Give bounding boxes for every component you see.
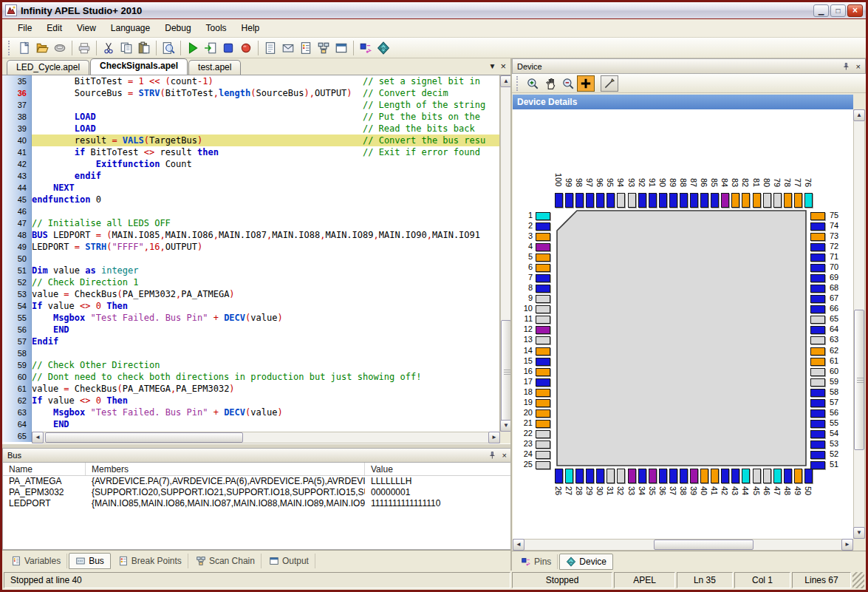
chip-pin-27[interactable] <box>565 469 573 483</box>
line-number[interactable]: 45 <box>2 194 32 205</box>
chip-pin-57[interactable] <box>810 399 825 407</box>
step-icon[interactable] <box>202 39 219 57</box>
save-icon[interactable] <box>51 39 69 57</box>
chip-pin-44[interactable] <box>742 469 750 483</box>
chip-pin-95[interactable] <box>606 193 615 208</box>
bus-table-row[interactable]: PA_EPM3032{SUPPORT.IO20,SUPPORT.IO21,SUP… <box>3 487 511 498</box>
chip-pin-87[interactable] <box>690 193 698 208</box>
pins-tool-icon[interactable] <box>357 39 375 57</box>
chip-pin-55[interactable] <box>810 420 825 428</box>
chip-pin-34[interactable] <box>638 469 646 483</box>
line-number[interactable]: 49 <box>2 241 32 253</box>
chip-pin-61[interactable] <box>810 358 825 366</box>
code-line[interactable]: 44 NEXT <box>2 182 499 194</box>
chip-pin-59[interactable] <box>810 378 825 387</box>
chip-pin-24[interactable] <box>536 451 550 459</box>
chip-pin-85[interactable] <box>711 193 719 208</box>
chip-pin-18[interactable] <box>536 389 550 397</box>
scroll-right-icon[interactable]: ► <box>488 432 500 443</box>
code-line[interactable]: 50 <box>2 253 499 265</box>
line-number[interactable]: 62 <box>2 395 32 406</box>
chip-pin-41[interactable] <box>711 469 719 483</box>
chip-pin-21[interactable] <box>536 420 550 428</box>
paste-icon[interactable] <box>135 39 153 57</box>
chip-pin-20[interactable] <box>536 409 550 418</box>
chip-pin-53[interactable] <box>810 440 825 449</box>
line-number[interactable]: 51 <box>2 265 32 276</box>
code-editor[interactable]: 35 BitToTest = 1 << (count-1) // set a s… <box>2 75 500 443</box>
line-number[interactable]: 54 <box>2 300 32 312</box>
plus-tool-icon[interactable] <box>577 75 595 92</box>
chip-pin-73[interactable] <box>810 233 825 241</box>
code-line[interactable]: 61value = CheckBus(PA_ATMEGA,PA_EPM3032) <box>2 383 499 395</box>
line-number[interactable]: 57 <box>2 336 32 347</box>
code-line[interactable]: 58 <box>2 347 499 359</box>
chip-pin-86[interactable] <box>700 193 708 208</box>
editor-hscrollbar[interactable]: ◄ ► <box>32 432 500 443</box>
zoom-in-icon[interactable] <box>524 75 541 92</box>
minimize-button[interactable]: ▁ <box>813 4 829 17</box>
bus-close-icon[interactable]: × <box>502 451 507 460</box>
device-vscrollbar[interactable]: ▲ ▼ <box>853 109 865 539</box>
chip-pin-35[interactable] <box>649 469 657 483</box>
breakpoint-icon[interactable] <box>237 39 255 57</box>
line-number[interactable]: 65 <box>2 430 32 442</box>
line-number[interactable]: 48 <box>2 229 32 241</box>
chip-pin-26[interactable] <box>555 469 563 483</box>
menu-tools[interactable]: Tools <box>199 21 233 35</box>
chip-pin-72[interactable] <box>810 243 825 251</box>
chip-pin-52[interactable] <box>810 451 825 459</box>
chip-pin-29[interactable] <box>586 469 594 483</box>
code-line[interactable]: 49LEDPORT = STRH("FFFF",16,OUTPUT) <box>2 241 499 253</box>
line-number[interactable]: 47 <box>2 217 32 229</box>
chip-pin-99[interactable] <box>565 193 573 208</box>
scroll-left-icon[interactable]: ◄ <box>513 539 524 551</box>
chip-pin-33[interactable] <box>628 469 636 483</box>
chip-pin-31[interactable] <box>606 469 615 483</box>
code-line[interactable]: 59// Check Other Direction <box>2 359 499 371</box>
chip-pin-1[interactable] <box>536 212 550 220</box>
device-tool-icon[interactable]: abc <box>375 39 392 57</box>
chip-pin-74[interactable] <box>810 222 825 231</box>
chip-pin-15[interactable] <box>536 358 550 366</box>
line-number[interactable]: 35 <box>2 75 32 87</box>
code-line[interactable]: 63 Msgbox "Test Failed. Bus Pin" + DECV(… <box>2 406 499 418</box>
chip-pin-40[interactable] <box>700 469 708 483</box>
print-icon[interactable] <box>75 39 93 57</box>
select-tool-icon[interactable] <box>601 75 618 92</box>
line-number[interactable]: 59 <box>2 359 32 371</box>
chip-pin-42[interactable] <box>721 469 729 483</box>
dock-tab-break-points[interactable]: Break Points <box>112 554 188 568</box>
chip-pin-75[interactable] <box>810 212 825 220</box>
chip-pin-37[interactable] <box>669 469 677 483</box>
resize-grip[interactable] <box>852 572 864 588</box>
chip-pin-32[interactable] <box>617 469 625 483</box>
chip-pin-3[interactable] <box>536 233 550 241</box>
chip-pin-16[interactable] <box>536 368 550 376</box>
device-close-icon[interactable]: × <box>856 62 861 71</box>
line-number[interactable]: 42 <box>2 158 32 170</box>
chip-pin-58[interactable] <box>810 389 825 397</box>
chip-pin-45[interactable] <box>753 469 761 483</box>
dock-tab-output[interactable]: Output <box>263 554 315 568</box>
chip-pin-2[interactable] <box>536 222 550 231</box>
chip-pin-30[interactable] <box>596 469 604 483</box>
chip-pin-76[interactable] <box>804 193 813 208</box>
bus-table-row[interactable]: PA_ATMEGA{AVRDEVICE.PA(7),AVRDEVICE.PA(6… <box>3 476 511 487</box>
tab-dropdown-icon[interactable]: ▼ <box>489 62 496 70</box>
line-number[interactable]: 61 <box>2 383 32 395</box>
toolbar-grip[interactable] <box>8 41 11 55</box>
editor-hscroll-thumb[interactable] <box>45 432 243 443</box>
chip-pin-43[interactable] <box>731 469 739 483</box>
dock-tab-pins[interactable]: Pins <box>515 554 558 569</box>
chip-pin-79[interactable] <box>773 193 782 208</box>
chip-pin-46[interactable] <box>763 469 771 483</box>
chip-pin-91[interactable] <box>649 193 657 208</box>
bus-table-row[interactable]: LEDPORT{MAIN.IO85,MAIN.IO86,MAIN.IO87,MA… <box>3 498 511 509</box>
device-diagram-canvas[interactable]: 1234567891011121314151617181920212223242… <box>513 109 853 539</box>
chip-pin-17[interactable] <box>536 378 550 387</box>
editor-vscroll-thumb[interactable] <box>501 320 511 423</box>
line-number[interactable]: 41 <box>2 146 32 158</box>
line-number[interactable]: 56 <box>2 324 32 336</box>
code-line[interactable]: 36 SourceBus = STRV(BitToTest,length(Sou… <box>2 87 499 99</box>
